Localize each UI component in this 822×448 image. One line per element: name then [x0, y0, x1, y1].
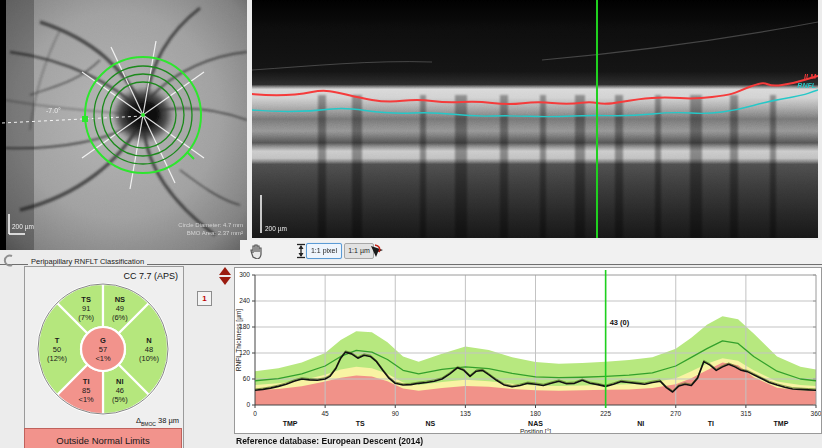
fundus-ir-image[interactable]: -7.0° 200 µm Circle Diameter: 4.7 mm BMO…: [0, 0, 247, 250]
rnfl-line-label: RNFL: [797, 82, 816, 89]
svg-text:(12%): (12%): [47, 354, 68, 363]
rnfl-profile-chart[interactable]: 06012018024030004590135180225270315360TM…: [235, 268, 821, 433]
measure-cursor-icon[interactable]: [368, 243, 386, 259]
rnfl-profile-chart-panel: 06012018024030004590135180225270315360TM…: [234, 267, 822, 434]
reference-database-label: Reference database: European Descent (20…: [236, 436, 423, 446]
bscan-index-button[interactable]: 1: [197, 291, 212, 306]
svg-text:N: N: [146, 336, 151, 345]
x-axis-label: Position [°]: [520, 428, 551, 433]
svg-text:NS: NS: [425, 420, 435, 427]
oct-bscan-image[interactable]: 200 µm ILM RNFL: [252, 0, 818, 238]
svg-text:300: 300: [239, 271, 250, 278]
svg-text:0: 0: [253, 410, 257, 417]
svg-text:TMP: TMP: [774, 420, 789, 427]
sector-axis-labels: TMPTSNSNASNITITMP: [283, 420, 789, 427]
y-axis-label: RNFL Thickness [µm]: [235, 309, 243, 371]
svg-text:270: 270: [670, 410, 681, 417]
rnflt-classification-panel: CC 7.7 (APS) TS91(7%)NS49(6%)N48(10%)NI4…: [24, 266, 184, 448]
svg-text:57: 57: [99, 345, 107, 354]
svg-text:NI: NI: [116, 377, 124, 386]
circle-diameter-label: Circle Diameter: 4.7 mm: [178, 222, 243, 228]
pan-hand-icon[interactable]: [249, 243, 265, 259]
svg-text:NS: NS: [115, 295, 125, 304]
fundus-scale-label: 200 µm: [12, 223, 34, 231]
svg-text:91: 91: [82, 304, 90, 313]
classification-result-banner: Outside Normal Limits: [24, 428, 182, 448]
ilm-line-label: ILM: [804, 73, 816, 80]
svg-text:45: 45: [322, 410, 330, 417]
svg-text:<1%: <1%: [79, 395, 95, 404]
svg-text:48: 48: [145, 345, 153, 354]
oct-scale-label: 200 µm: [265, 225, 287, 233]
edge-tool-icon[interactable]: [1, 254, 15, 268]
svg-text:180: 180: [530, 410, 541, 417]
bmo-area-label: BMO Area: 2.37 mm²: [187, 230, 243, 236]
svg-text:NAS: NAS: [528, 420, 543, 427]
cursor-value-label: 43 (0): [610, 318, 630, 327]
svg-text:(10%): (10%): [139, 354, 160, 363]
svg-text:315: 315: [740, 410, 751, 417]
svg-text:49: 49: [116, 304, 124, 313]
svg-text:TS: TS: [356, 420, 365, 427]
svg-text:240: 240: [239, 297, 250, 304]
svg-text:360: 360: [811, 410, 821, 417]
svg-text:(5%): (5%): [112, 395, 128, 404]
svg-text:(7%): (7%): [78, 313, 94, 322]
svg-text:<1%: <1%: [95, 354, 111, 363]
delta-bmoc-label: ΔBMOC 38 µm: [136, 416, 179, 427]
svg-text:(6%): (6%): [112, 313, 128, 322]
svg-text:NI: NI: [637, 420, 644, 427]
svg-text:225: 225: [600, 410, 611, 417]
svg-text:46: 46: [116, 386, 124, 395]
one-to-one-pixel-button[interactable]: 1:1 pixel: [306, 243, 342, 259]
svg-text:G: G: [100, 336, 106, 345]
svg-text:90: 90: [392, 410, 400, 417]
bscan-up-arrow-button[interactable]: [219, 267, 231, 275]
svg-text:0: 0: [246, 401, 250, 408]
bscan-down-arrow-button[interactable]: [219, 277, 231, 285]
classification-panel-title: Peripapillary RNFLT Classification: [28, 257, 147, 266]
svg-text:60: 60: [243, 375, 251, 382]
bmo-center-marker: [141, 113, 145, 117]
svg-text:TS: TS: [81, 295, 91, 304]
svg-text:85: 85: [82, 386, 90, 395]
svg-text:50: 50: [53, 345, 61, 354]
svg-text:T: T: [55, 336, 60, 345]
oct-toolbar: 1:1 pixel 1:1 µm: [240, 240, 822, 264]
oct-review-window: -7.0° 200 µm Circle Diameter: 4.7 mm BMO…: [0, 0, 822, 448]
svg-text:TI: TI: [83, 377, 90, 386]
fovea-disc-angle-label: -7.0°: [46, 107, 61, 114]
temporal-marker-square[interactable]: [82, 116, 88, 122]
svg-text:TI: TI: [708, 420, 714, 427]
svg-text:TMP: TMP: [283, 420, 298, 427]
svg-text:135: 135: [460, 410, 471, 417]
